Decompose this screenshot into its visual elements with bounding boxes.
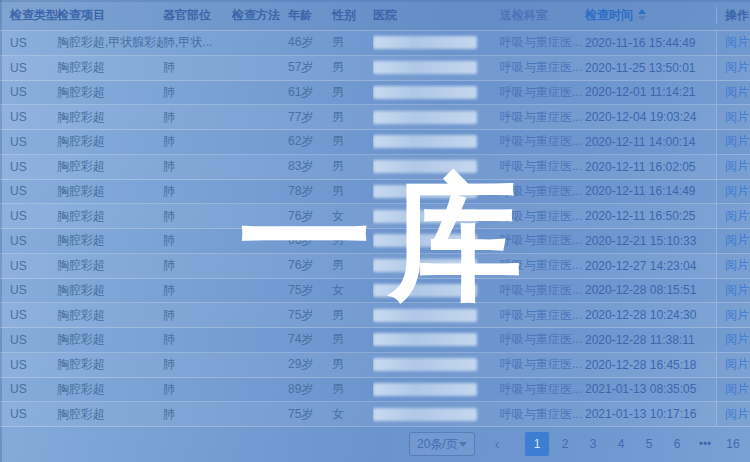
table-row[interactable]: US胸腔彩超肺77岁男呼吸与重症医...2020-12-04 19:03:24阅…: [0, 105, 750, 130]
view-images-link[interactable]: 阅片: [725, 406, 749, 423]
cell-method: [232, 81, 288, 105]
page-button-5[interactable]: 5: [637, 432, 661, 456]
cell-sex: 男: [332, 31, 373, 55]
page-button-1[interactable]: 1: [525, 432, 549, 456]
cell-time: 2020-12-28 11:38:11: [585, 328, 716, 352]
view-images-link[interactable]: 阅片: [725, 109, 749, 126]
column-header-dept: 送检科室: [500, 7, 585, 24]
table-row[interactable]: US胸腔彩超肺62岁男呼吸与重症医...2020-12-11 14:00:14阅…: [0, 130, 750, 155]
view-images-link[interactable]: 阅片: [725, 133, 749, 150]
cell-time: 2020-11-16 15:44:49: [585, 31, 716, 55]
prev-page-button[interactable]: ‹: [485, 432, 509, 456]
cell-time: 2020-12-11 16:14:49: [585, 180, 716, 204]
cell-action: 阅片: [716, 353, 750, 377]
view-images-link[interactable]: 阅片: [725, 208, 749, 225]
cell-action: 阅片: [716, 130, 750, 154]
column-header-sex: 性别: [332, 7, 373, 24]
view-images-link[interactable]: 阅片: [725, 282, 749, 299]
column-header-time[interactable]: 检查时间: [585, 7, 716, 24]
column-header-type: 检查类型: [0, 7, 57, 24]
table-row[interactable]: US胸腔彩超肺75岁男呼吸与重症医...2020-12-28 10:24:30阅…: [0, 303, 750, 328]
view-images-link[interactable]: 阅片: [725, 331, 749, 348]
cell-dept: 呼吸与重症医...: [500, 130, 585, 154]
cell-sex: 男: [332, 180, 373, 204]
pager-more-button[interactable]: •••: [693, 432, 717, 456]
cell-type: US: [0, 353, 57, 377]
view-images-link[interactable]: 阅片: [725, 257, 749, 274]
view-images-link[interactable]: 阅片: [725, 356, 749, 373]
cell-type: US: [0, 31, 57, 55]
cell-dept: 呼吸与重症医...: [500, 56, 585, 80]
table-row[interactable]: US胸腔彩超肺76岁男呼吸与重症医...2020-12-27 14:23:04阅…: [0, 254, 750, 279]
page-button-16[interactable]: 16: [721, 432, 745, 456]
cell-item: 胸腔彩超: [57, 402, 163, 426]
cell-organ: 肺: [163, 303, 232, 327]
cell-item: 胸腔彩超: [57, 81, 163, 105]
view-images-link[interactable]: 阅片: [725, 59, 749, 76]
cell-dept: 呼吸与重症医...: [500, 303, 585, 327]
view-images-link[interactable]: 阅片: [725, 158, 749, 175]
cell-method: [232, 328, 288, 352]
table-row[interactable]: US胸腔彩超肺76岁女呼吸与重症医...2020-12-11 16:50:25阅…: [0, 204, 750, 229]
table-row[interactable]: US胸腔彩超肺74岁男呼吸与重症医...2020-12-28 11:38:11阅…: [0, 328, 750, 353]
cell-time: 2020-12-11 16:02:05: [585, 155, 716, 179]
page-button-6[interactable]: 6: [665, 432, 689, 456]
cell-time: 2020-12-11 16:50:25: [585, 204, 716, 228]
page-button-4[interactable]: 4: [609, 432, 633, 456]
table-row[interactable]: US胸腔彩超肺83岁男呼吸与重症医...2020-12-11 16:02:05阅…: [0, 155, 750, 180]
table-row[interactable]: US胸腔彩超肺29岁男呼吸与重症医...2020-12-28 16:45:18阅…: [0, 353, 750, 378]
cell-action: 阅片: [716, 254, 750, 278]
redacted-hospital-value: [373, 383, 477, 396]
page-button-2[interactable]: 2: [553, 432, 577, 456]
table-row[interactable]: US胸腔彩超肺89岁男呼吸与重症医...2021-01-13 08:35:05阅…: [0, 378, 750, 403]
view-images-link[interactable]: 阅片: [725, 183, 749, 200]
cell-dept: 呼吸与重症医...: [500, 155, 585, 179]
cell-dept: 呼吸与重症医...: [500, 254, 585, 278]
table-row[interactable]: US胸腔彩超肺66岁男呼吸与重症医...2020-12-21 15:10:33阅…: [0, 229, 750, 254]
cell-type: US: [0, 303, 57, 327]
cell-item: 胸腔彩超: [57, 378, 163, 402]
table-body: US胸腔彩超,甲状腺彩超肺,甲状...46岁男呼吸与重症医...2020-11-…: [0, 31, 750, 427]
cell-age: 89岁: [288, 378, 332, 402]
view-images-link[interactable]: 阅片: [725, 84, 749, 101]
page-size-select[interactable]: 20条/页: [409, 432, 475, 456]
cell-organ: 肺: [163, 328, 232, 352]
page-button-3[interactable]: 3: [581, 432, 605, 456]
view-images-link[interactable]: 阅片: [725, 34, 749, 51]
redacted-hospital-value: [373, 333, 477, 346]
cell-sex: 男: [332, 378, 373, 402]
cell-action: 阅片: [716, 378, 750, 402]
cell-method: [232, 279, 288, 303]
cell-age: 75岁: [288, 402, 332, 426]
cell-item: 胸腔彩超: [57, 279, 163, 303]
redacted-hospital-value: [373, 135, 477, 148]
cell-sex: 女: [332, 279, 373, 303]
cell-sex: 男: [332, 229, 373, 253]
redacted-hospital-value: [373, 309, 477, 322]
table-row[interactable]: US胸腔彩超肺75岁女呼吸与重症医...2021-01-13 10:17:16阅…: [0, 402, 750, 427]
table-row[interactable]: US胸腔彩超,甲状腺彩超肺,甲状...46岁男呼吸与重症医...2020-11-…: [0, 31, 750, 56]
table-row[interactable]: US胸腔彩超肺78岁男呼吸与重症医...2020-12-11 16:14:49阅…: [0, 180, 750, 205]
cell-dept: 呼吸与重症医...: [500, 180, 585, 204]
cell-age: 75岁: [288, 279, 332, 303]
table-row[interactable]: US胸腔彩超肺57岁男呼吸与重症医...2020-11-25 13:50:01阅…: [0, 56, 750, 81]
cell-sex: 男: [332, 105, 373, 129]
table-row[interactable]: US胸腔彩超肺61岁男呼吸与重症医...2020-12-01 11:14:21阅…: [0, 81, 750, 106]
cell-type: US: [0, 378, 57, 402]
redacted-hospital-value: [373, 210, 477, 223]
cell-sex: 男: [332, 353, 373, 377]
view-images-link[interactable]: 阅片: [725, 307, 749, 324]
cell-dept: 呼吸与重症医...: [500, 279, 585, 303]
cell-age: 77岁: [288, 105, 332, 129]
cell-item: 胸腔彩超: [57, 204, 163, 228]
cell-sex: 男: [332, 155, 373, 179]
column-header-organ: 器官部位: [163, 7, 232, 24]
cell-dept: 呼吸与重症医...: [500, 81, 585, 105]
sort-caret-icon[interactable]: [638, 9, 646, 21]
table-row[interactable]: US胸腔彩超肺75岁女呼吸与重症医...2020-12-28 08:15:51阅…: [0, 279, 750, 304]
view-images-link[interactable]: 阅片: [725, 381, 749, 398]
study-table: 检查类型检查项目器官部位检查方法年龄性别医院送检科室检查时间操作 US胸腔彩超,…: [0, 0, 750, 427]
cell-age: 74岁: [288, 328, 332, 352]
view-images-link[interactable]: 阅片: [725, 232, 749, 249]
redacted-hospital-value: [373, 408, 477, 421]
